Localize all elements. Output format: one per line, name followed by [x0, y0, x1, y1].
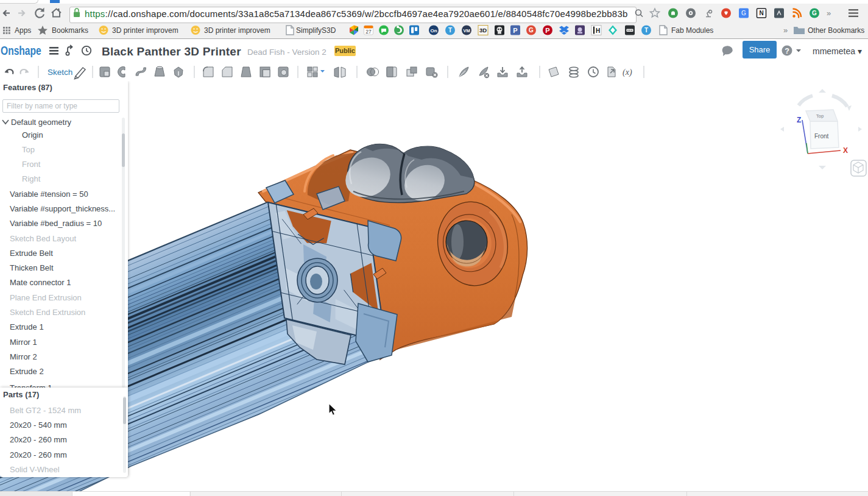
svg-text:SimplifyS3D: SimplifyS3D — [296, 26, 336, 35]
svg-text:3D: 3D — [479, 27, 487, 34]
svg-text:Fab Modules: Fab Modules — [671, 26, 713, 35]
svg-text:Z: Z — [797, 116, 801, 124]
svg-text:?: ? — [785, 47, 789, 55]
svg-text:Top: Top — [816, 113, 824, 119]
svg-text:H: H — [596, 27, 600, 34]
svg-text:P: P — [545, 27, 549, 34]
svg-text:3D printer improvem: 3D printer improvem — [112, 26, 178, 35]
svg-text:27: 27 — [365, 29, 372, 35]
svg-text:(x): (x) — [623, 68, 632, 77]
svg-text:3D printer improvem: 3D printer improvem — [204, 26, 270, 35]
svg-text:P: P — [513, 27, 517, 34]
svg-text:N: N — [759, 10, 763, 16]
svg-text:»: » — [783, 26, 788, 35]
svg-text:T: T — [644, 27, 648, 34]
svg-text:Apps: Apps — [15, 26, 31, 35]
svg-text:G: G — [741, 10, 746, 16]
svg-text:Front: Front — [814, 133, 829, 140]
svg-text:VM: VM — [463, 28, 470, 34]
svg-text:Other Bookmarks: Other Bookmarks — [808, 26, 864, 35]
svg-text:G: G — [529, 27, 534, 34]
svg-text:X: X — [843, 146, 848, 155]
svg-text:T: T — [448, 27, 452, 34]
svg-text:On: On — [430, 28, 437, 34]
svg-text:G: G — [812, 10, 817, 16]
svg-text:Bookmarks: Bookmarks — [52, 26, 88, 35]
svg-text:Sketch: Sketch — [48, 68, 72, 77]
svg-text:»: » — [827, 9, 831, 18]
